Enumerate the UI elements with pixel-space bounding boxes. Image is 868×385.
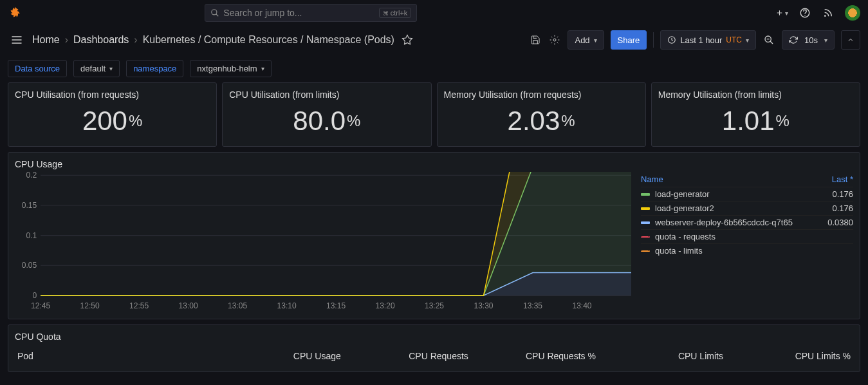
col-cpu-limits-pct[interactable]: CPU Limits % [723, 351, 851, 361]
legend-row[interactable]: webserver-deploy-6b565cdcdc-q7t65 0.0380 [641, 215, 853, 229]
col-cpu-usage[interactable]: CPU Usage [214, 351, 341, 361]
toolbar-right: Add▾ Share Last 1 hour UTC ▾ 10s ▾ [529, 30, 860, 50]
panel-title: CPU Usage [15, 159, 853, 169]
svg-text:13:30: 13:30 [474, 301, 493, 310]
stat-mem-limits[interactable]: Memory Utilisation (from limits) 1.01% [651, 82, 860, 147]
dashboard-toolbar: Home › Dashboards › Kubernetes / Compute… [0, 26, 868, 54]
breadcrumb-home[interactable]: Home [32, 34, 60, 46]
save-icon[interactable] [529, 33, 542, 46]
variables-row: Data source default▾ namespace nxtgenhub… [0, 54, 868, 82]
rss-icon[interactable] [822, 6, 835, 19]
datasource-select[interactable]: default▾ [73, 60, 120, 77]
col-pod[interactable]: Pod [17, 351, 214, 361]
svg-point-3 [804, 15, 806, 16]
legend-swatch [641, 221, 650, 224]
panel-title: CPU Quota [15, 332, 853, 342]
svg-text:13:05: 13:05 [228, 301, 247, 310]
legend-name: quota - limits [655, 246, 809, 256]
search-shortcut: ⌘ ctrl+k [379, 8, 412, 18]
stat-row: CPU Utilisation (from requests) 200% CPU… [8, 82, 860, 147]
col-cpu-limits[interactable]: CPU Limits [596, 351, 723, 361]
breadcrumb: Home › Dashboards › Kubernetes / Compute… [32, 34, 394, 46]
stat-cpu-limits[interactable]: CPU Utilisation (from limits) 80.0% [222, 82, 431, 147]
legend-header-name[interactable]: Name [641, 174, 815, 184]
search-placeholder: Search or jump to... [223, 8, 302, 18]
namespace-label: namespace [126, 60, 183, 77]
svg-text:0.05: 0.05 [22, 261, 37, 270]
legend-value: 0.176 [815, 189, 853, 199]
svg-text:13:20: 13:20 [375, 301, 394, 310]
menu-toggle[interactable] [8, 31, 26, 49]
stat-value: 80.0% [229, 102, 424, 140]
svg-point-4 [824, 15, 826, 17]
legend-name: load-generator [655, 189, 809, 199]
stat-mem-requests[interactable]: Memory Utilisation (from requests) 2.03% [437, 82, 646, 147]
help-icon[interactable] [799, 6, 811, 19]
breadcrumb-current: Kubernetes / Compute Resources / Namespa… [143, 34, 394, 46]
panel-title: CPU Utilisation (from requests) [15, 89, 210, 100]
svg-text:12:55: 12:55 [129, 301, 149, 310]
legend-row[interactable]: quota - requests [641, 229, 853, 243]
col-cpu-requests-pct[interactable]: CPU Requests % [468, 351, 596, 361]
time-range-picker[interactable]: Last 1 hour UTC ▾ [660, 30, 756, 50]
stat-value: 2.03% [444, 102, 639, 140]
legend-row[interactable]: load-generator2 0.176 [641, 201, 853, 215]
breadcrumb-sep: › [134, 34, 137, 46]
legend-value: 0.0380 [815, 218, 853, 227]
legend-swatch [641, 236, 650, 238]
legend-row[interactable]: quota - limits [641, 243, 853, 258]
svg-text:13:40: 13:40 [572, 301, 591, 310]
svg-text:13:15: 13:15 [326, 301, 346, 310]
table-header: Pod CPU Usage CPU Requests CPU Requests … [15, 347, 853, 365]
zoom-out-icon[interactable] [762, 33, 775, 46]
legend-name: webserver-deploy-6b565cdcdc-q7t65 [655, 218, 809, 227]
chart-area[interactable]: 00.050.10.150.212:4512:5012:5513:0013:05… [15, 172, 634, 312]
panels-container: CPU Utilisation (from requests) 200% CPU… [0, 82, 868, 372]
grafana-logo[interactable] [8, 5, 23, 21]
panel-title: CPU Utilisation (from limits) [229, 89, 424, 100]
svg-text:0.1: 0.1 [26, 231, 37, 240]
cpu-usage-chart: 00.050.10.150.212:4512:5012:5513:0013:05… [15, 172, 634, 312]
svg-text:12:45: 12:45 [31, 301, 50, 310]
add-button[interactable]: Add▾ [568, 30, 604, 50]
chart-body: 00.050.10.150.212:4512:5012:5513:0013:05… [15, 172, 853, 312]
global-search[interactable]: Search or jump to... ⌘ ctrl+k [205, 4, 417, 22]
share-button[interactable]: Share [611, 30, 647, 50]
top-bar: Search or jump to... ⌘ ctrl+k ▾ [0, 0, 868, 26]
stat-cpu-requests[interactable]: CPU Utilisation (from requests) 200% [8, 82, 217, 147]
breadcrumb-dashboards[interactable]: Dashboards [73, 34, 129, 46]
svg-text:12:50: 12:50 [80, 301, 100, 310]
cpu-quota-table: Pod CPU Usage CPU Requests CPU Requests … [15, 347, 853, 365]
svg-line-1 [216, 14, 219, 17]
svg-text:13:35: 13:35 [523, 301, 542, 310]
chart-legend: Name Last * load-generator 0.176 load-ge… [641, 172, 853, 312]
svg-text:0: 0 [32, 291, 37, 300]
cpu-usage-panel[interactable]: CPU Usage 00.050.10.150.212:4512:5012:55… [8, 152, 860, 319]
namespace-select[interactable]: nxtgenhub-helm▾ [190, 60, 271, 77]
svg-point-0 [212, 10, 217, 15]
svg-line-9 [770, 41, 773, 44]
legend-swatch [641, 250, 650, 252]
legend-name: quota - requests [655, 232, 809, 241]
collapse-button[interactable] [841, 30, 860, 50]
col-cpu-requests[interactable]: CPU Requests [341, 351, 468, 361]
legend-row[interactable]: load-generator 0.176 [641, 187, 853, 201]
datasource-label: Data source [8, 60, 67, 77]
top-right-controls: ▾ [775, 5, 860, 21]
search-icon [210, 8, 219, 17]
settings-icon[interactable] [548, 33, 561, 46]
legend-swatch [641, 207, 650, 210]
panel-title: Memory Utilisation (from requests) [444, 89, 639, 100]
star-button[interactable] [401, 33, 414, 46]
user-avatar[interactable] [845, 5, 860, 21]
stat-value: 200% [15, 102, 210, 140]
breadcrumb-sep: › [65, 34, 68, 46]
clock-icon [667, 35, 676, 44]
legend-header-last[interactable]: Last * [815, 174, 853, 184]
svg-text:0.2: 0.2 [26, 172, 37, 180]
svg-point-5 [553, 39, 556, 41]
add-menu[interactable]: ▾ [775, 6, 788, 19]
refresh-button[interactable]: 10s ▾ [782, 30, 835, 50]
cpu-quota-panel[interactable]: CPU Quota Pod CPU Usage CPU Requests CPU… [8, 324, 860, 372]
svg-text:13:10: 13:10 [277, 301, 297, 310]
